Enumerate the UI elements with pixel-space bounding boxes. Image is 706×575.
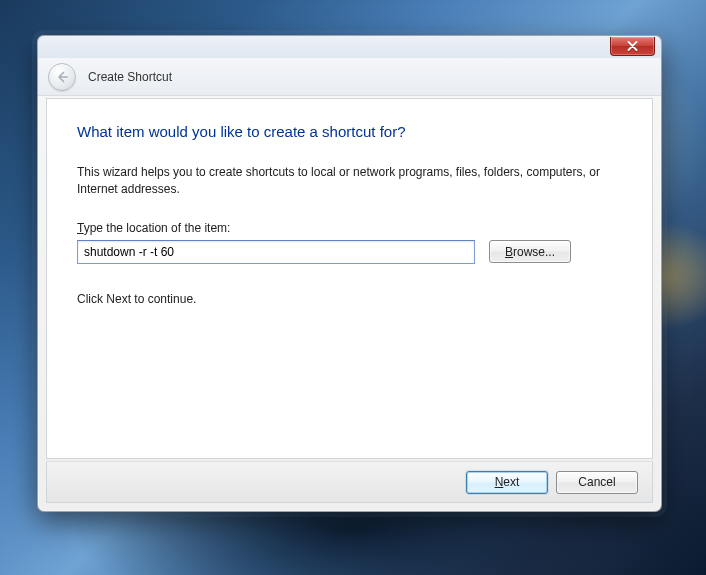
location-label: Type the location of the item: [77, 221, 622, 235]
desktop-background: Create Shortcut What item would you like… [0, 0, 706, 575]
arrow-left-icon [55, 70, 69, 84]
continue-hint: Click Next to continue. [77, 292, 622, 306]
browse-button[interactable]: Browse... [489, 240, 571, 263]
wizard-window: Create Shortcut What item would you like… [37, 35, 662, 512]
titlebar [37, 35, 662, 59]
close-icon [627, 41, 638, 51]
page-heading: What item would you like to create a sho… [77, 123, 622, 140]
location-row: Browse... [77, 240, 622, 264]
window-title: Create Shortcut [88, 70, 172, 84]
back-button[interactable] [48, 63, 76, 91]
location-input[interactable] [77, 240, 475, 264]
wizard-content: What item would you like to create a sho… [46, 98, 653, 459]
wizard-footer: Next Cancel [46, 461, 653, 503]
next-button[interactable]: Next [466, 471, 548, 494]
cancel-button[interactable]: Cancel [556, 471, 638, 494]
page-description: This wizard helps you to create shortcut… [77, 164, 617, 199]
close-button[interactable] [610, 37, 655, 56]
wizard-header: Create Shortcut [38, 58, 661, 96]
